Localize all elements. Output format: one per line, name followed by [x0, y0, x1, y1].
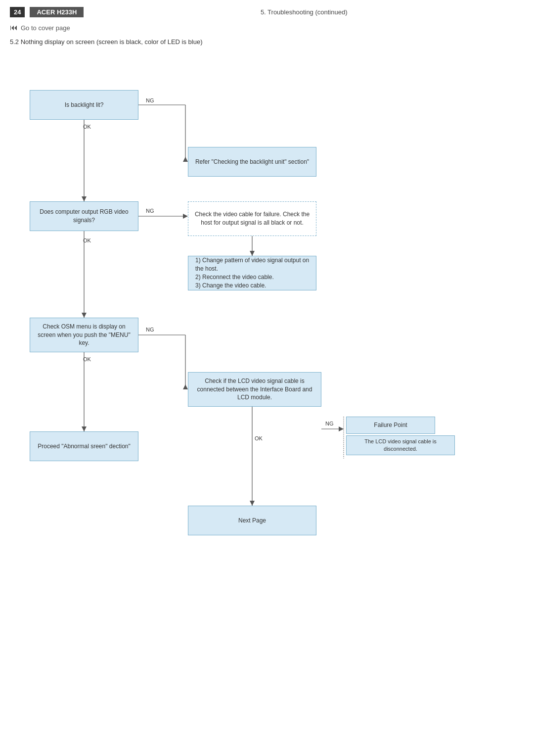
- page-number: 24: [10, 7, 25, 17]
- box-next-page[interactable]: Next Page: [188, 506, 316, 535]
- section-header: 5. Troubleshooting (continued): [84, 8, 524, 16]
- box-failure-point: Failure Point: [346, 417, 435, 434]
- box-rgb-check: Does computer output RGB video signals?: [30, 201, 138, 231]
- svg-marker-10: [183, 214, 188, 219]
- page-header: 24 ACER H233H 5. Troubleshooting (contin…: [0, 0, 534, 20]
- box-backlight-ref: Refer "Checking the backlight unit" sect…: [188, 147, 316, 177]
- flowchart-arrows: NG OK NG OK NG OK NG OK: [10, 55, 524, 575]
- model-label: ACER H233H: [30, 7, 84, 17]
- svg-marker-8: [82, 313, 87, 318]
- box-osm-check: Check OSM menu is display on screen when…: [30, 318, 138, 352]
- cover-link-label: Go to cover page: [21, 24, 70, 32]
- cover-page-link[interactable]: ⏮ Go to cover page: [0, 20, 534, 34]
- svg-text:NG: NG: [146, 327, 154, 332]
- box-cable-disconnected: The LCD video signal cable is disconnect…: [346, 435, 455, 455]
- svg-text:NG: NG: [146, 97, 154, 103]
- svg-text:NG: NG: [146, 208, 154, 214]
- svg-text:NG: NG: [325, 421, 334, 426]
- svg-text:OK: OK: [83, 237, 91, 243]
- section-title: 5.2 Nothing display on screen (screen is…: [0, 34, 534, 46]
- box-change-pattern: 1) Change pattern of video signal output…: [188, 256, 316, 290]
- svg-marker-1: [82, 196, 87, 201]
- box-video-cable-check: Check the video cable for failure. Check…: [188, 201, 316, 236]
- svg-text:OK: OK: [83, 356, 91, 362]
- back-to-start-icon: ⏮: [10, 23, 18, 32]
- svg-marker-27: [250, 501, 255, 506]
- box-backlight-check: Is backlight lit?: [30, 90, 138, 120]
- box-abnormal-screen: Proceed "Abnormal sreen" dection": [30, 431, 138, 461]
- box-lcd-cable-check: Check if the LCD video signal cable is c…: [188, 372, 321, 407]
- svg-marker-23: [339, 426, 344, 431]
- svg-marker-19: [183, 384, 188, 389]
- svg-marker-14: [250, 251, 255, 256]
- svg-marker-4: [183, 157, 188, 162]
- svg-marker-16: [82, 426, 87, 431]
- svg-text:OK: OK: [255, 435, 263, 441]
- svg-text:OK: OK: [83, 124, 91, 130]
- flowchart-area: NG OK NG OK NG OK NG OK Is bac: [10, 55, 524, 575]
